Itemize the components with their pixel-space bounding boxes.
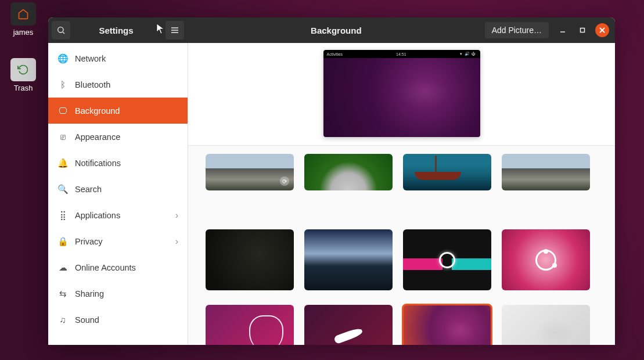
wallpaper-thumb-stone-path[interactable] [304, 154, 393, 190]
maximize-icon [580, 27, 585, 33]
svg-point-0 [58, 27, 63, 33]
add-picture-button[interactable]: Add Picture… [485, 22, 549, 38]
headerbar: Settings Background Add Picture… [48, 17, 615, 43]
sidebar-icon: 🔔 [57, 158, 68, 168]
minimize-icon [560, 27, 566, 33]
sidebar-icon: ♫ [57, 315, 68, 325]
app-title: Settings [74, 26, 162, 35]
sidebar-item-label: Search [75, 185, 102, 194]
svg-rect-6 [581, 28, 585, 33]
search-icon [56, 26, 66, 35]
sidebar-item-network[interactable]: 🌐Network [48, 45, 188, 71]
sidebar-icon: ⇆ [57, 289, 68, 299]
sidebar-item-bluetooth[interactable]: ᛒBluetooth [48, 71, 188, 98]
preview-clock: 14:51 [396, 52, 406, 56]
sidebar-icon: ⣿ [57, 210, 68, 221]
sidebar-icon: 🔒 [57, 236, 68, 247]
wallpaper-thumb-focal-grey[interactable] [502, 305, 590, 345]
settings-window: Settings Background Add Picture… [48, 17, 615, 345]
sidebar-icon: ⎚ [57, 132, 68, 142]
sidebar-item-label: Notifications [75, 159, 121, 168]
home-folder-icon [10, 2, 36, 26]
wallpaper-thumb-dark-trees[interactable] [206, 229, 294, 290]
current-background-preview: Activities 14:51 ▾ 🔊 ⏻ [188, 43, 615, 146]
sidebar-item-search[interactable]: 🔍Search [48, 176, 188, 202]
sidebar-item-label: Applications [75, 211, 120, 220]
headerbar-right: Background Add Picture… [188, 17, 615, 43]
sidebar-item-notifications[interactable]: 🔔Notifications [48, 150, 188, 176]
sidebar-item-label: Appearance [75, 132, 120, 142]
sidebar-item-privacy[interactable]: 🔒Privacy› [48, 228, 188, 254]
wallpaper-thumb-ermine[interactable] [206, 305, 294, 345]
settings-sidebar[interactable]: 🌐NetworkᛒBluetooth🖵Background⎚Appearance… [48, 43, 188, 345]
trash-icon [10, 58, 36, 81]
sidebar-icon: ᛒ [57, 80, 68, 89]
sidebar-icon: 🔍 [57, 184, 68, 195]
svg-line-1 [63, 32, 64, 34]
wallpaper-thumb-focal-fossa[interactable] [403, 305, 491, 345]
sidebar-item-label: Privacy [75, 237, 103, 246]
search-button[interactable] [52, 21, 70, 39]
menu-button[interactable] [166, 21, 184, 39]
sidebar-icon: ☁ [57, 262, 68, 273]
sidebar-item-label: Online Accounts [75, 263, 136, 272]
sidebar-item-label: Bluetooth [75, 80, 110, 89]
preview-topbar: Activities 14:51 ▾ 🔊 ⏻ [323, 50, 480, 58]
sidebar-item-appearance[interactable]: ⎚Appearance [48, 124, 188, 150]
sidebar-item-background[interactable]: 🖵Background [48, 98, 188, 124]
close-button[interactable] [595, 23, 609, 37]
minimize-button[interactable] [556, 23, 570, 37]
page-title: Background [188, 26, 485, 35]
background-panel: Activities 14:51 ▾ 🔊 ⏻ ⟳ [188, 43, 615, 345]
sidebar-icon: 🖵 [57, 106, 68, 116]
sidebar-item-label: Sharing [75, 289, 104, 298]
sidebar-item-online-accounts[interactable]: ☁Online Accounts [48, 254, 188, 280]
preview-activities-label: Activities [327, 52, 343, 56]
desktop-icon-label: james [3, 28, 43, 37]
wallpaper-thumb-mountain-2[interactable] [502, 154, 590, 190]
close-icon [599, 27, 605, 33]
desktop-icon-label: Trash [3, 84, 43, 92]
wallpaper-thumb-geometric-pink[interactable] [502, 229, 590, 290]
headerbar-left: Settings [48, 17, 188, 43]
chevron-right-icon: › [175, 210, 178, 221]
wallpaper-thumb-milky-way[interactable] [304, 229, 393, 290]
hamburger-icon [170, 26, 179, 35]
chevron-right-icon: › [175, 236, 178, 247]
sidebar-item-label: Sound [75, 315, 99, 325]
maximize-button[interactable] [575, 23, 589, 37]
sidebar-item-label: Background [75, 106, 120, 116]
preview-wallpaper [323, 58, 480, 137]
desktop: james Trash Settings Background [0, 0, 644, 360]
wallpaper-thumb-mountain-1[interactable]: ⟳ [206, 154, 294, 190]
wallpaper-grid[interactable]: ⟳ [188, 146, 615, 345]
slideshow-badge-icon: ⟳ [280, 177, 289, 186]
window-body: 🌐NetworkᛒBluetooth🖵Background⎚Appearance… [48, 43, 615, 345]
wallpaper-thumb-lake-boat[interactable] [403, 154, 491, 190]
sidebar-item-applications[interactable]: ⣿Applications› [48, 202, 188, 228]
sidebar-icon: 🌐 [57, 53, 68, 64]
wallpaper-thumb-ubuntu-stripe[interactable] [403, 229, 491, 290]
wallpaper-thumb-lizard[interactable] [304, 305, 393, 345]
desktop-icon-home[interactable]: james [3, 2, 43, 37]
sidebar-item-sound[interactable]: ♫Sound [48, 307, 188, 333]
preview-screenshot[interactable]: Activities 14:51 ▾ 🔊 ⏻ [323, 50, 480, 137]
preview-status-icons: ▾ 🔊 ⏻ [460, 52, 477, 56]
sidebar-item-sharing[interactable]: ⇆Sharing [48, 280, 188, 307]
sidebar-item-label: Network [75, 54, 106, 63]
desktop-icon-trash[interactable]: Trash [3, 58, 43, 92]
